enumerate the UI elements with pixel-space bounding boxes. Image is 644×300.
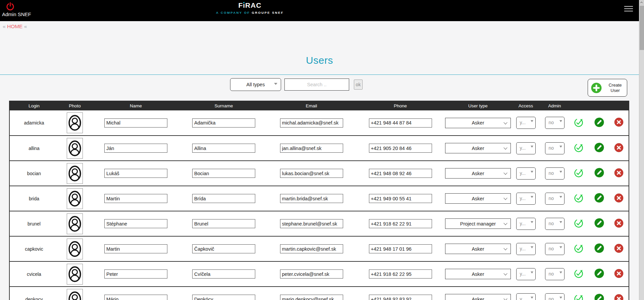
name-input[interactable] bbox=[104, 295, 167, 300]
surname-input[interactable] bbox=[192, 144, 255, 153]
user-photo-placeholder[interactable] bbox=[67, 163, 83, 184]
vertical-scrollbar[interactable] bbox=[639, 0, 644, 300]
validate-user-button[interactable] bbox=[574, 192, 585, 203]
user-photo-placeholder[interactable] bbox=[67, 188, 83, 209]
power-logout-icon[interactable] bbox=[6, 2, 16, 12]
name-input[interactable] bbox=[104, 219, 167, 228]
admin-select[interactable]: no bbox=[545, 293, 565, 300]
scrollbar-thumb[interactable] bbox=[640, 6, 644, 50]
delete-user-button[interactable] bbox=[614, 294, 624, 300]
email-input[interactable] bbox=[280, 219, 343, 228]
validate-user-button[interactable] bbox=[574, 268, 585, 279]
user-type-select[interactable]: Project manager bbox=[445, 218, 511, 229]
edit-user-button[interactable] bbox=[594, 218, 604, 228]
surname-input[interactable] bbox=[192, 194, 255, 203]
login-text: denkocy bbox=[25, 297, 43, 300]
search-ok-button[interactable]: ok bbox=[354, 80, 363, 90]
user-type-select[interactable]: Asker bbox=[445, 269, 511, 279]
email-input[interactable] bbox=[280, 244, 343, 253]
validate-user-button[interactable] bbox=[574, 167, 585, 178]
user-type-select[interactable]: Asker bbox=[445, 118, 511, 128]
validate-user-button[interactable] bbox=[574, 217, 585, 229]
edit-user-button[interactable] bbox=[594, 243, 604, 253]
edit-user-button[interactable] bbox=[594, 268, 604, 278]
user-photo-placeholder[interactable] bbox=[67, 213, 83, 234]
name-input[interactable] bbox=[104, 244, 167, 253]
delete-user-button[interactable] bbox=[614, 269, 624, 278]
edit-user-button[interactable] bbox=[594, 294, 604, 300]
user-photo-placeholder[interactable] bbox=[67, 138, 83, 159]
email-input[interactable] bbox=[280, 295, 343, 300]
phone-input[interactable] bbox=[369, 144, 432, 153]
edit-user-button[interactable] bbox=[594, 117, 604, 127]
admin-select[interactable]: no bbox=[545, 117, 565, 129]
user-photo-placeholder[interactable] bbox=[67, 112, 83, 133]
admin-select[interactable]: no bbox=[545, 193, 565, 205]
user-type-select[interactable]: Asker bbox=[445, 143, 511, 153]
validate-user-button[interactable] bbox=[574, 142, 585, 153]
search-input[interactable] bbox=[284, 79, 349, 91]
edit-user-button[interactable] bbox=[594, 168, 604, 178]
delete-user-button[interactable] bbox=[614, 143, 624, 152]
surname-input[interactable] bbox=[192, 244, 255, 253]
breadcrumb-home-link[interactable]: HOME bbox=[7, 23, 23, 29]
phone-input[interactable] bbox=[369, 194, 432, 203]
surname-input[interactable] bbox=[192, 219, 255, 228]
user-photo-placeholder[interactable] bbox=[67, 289, 83, 300]
access-select[interactable]: y... bbox=[516, 193, 536, 205]
email-input[interactable] bbox=[280, 269, 343, 279]
edit-user-button[interactable] bbox=[594, 143, 604, 152]
edit-user-button[interactable] bbox=[594, 193, 604, 203]
user-type-filter-dropdown[interactable]: All types bbox=[230, 78, 281, 91]
access-select[interactable]: y... bbox=[516, 243, 536, 255]
hamburger-menu-icon[interactable] bbox=[624, 6, 633, 13]
phone-input[interactable] bbox=[369, 118, 432, 128]
surname-input[interactable] bbox=[192, 169, 255, 178]
validate-user-button[interactable] bbox=[574, 293, 585, 300]
delete-user-button[interactable] bbox=[614, 117, 624, 127]
admin-select[interactable]: no bbox=[545, 167, 565, 180]
delete-user-button[interactable] bbox=[614, 244, 624, 253]
scrollbar-up-button[interactable] bbox=[639, 0, 644, 5]
access-value: y... bbox=[520, 296, 526, 300]
phone-input[interactable] bbox=[369, 269, 432, 279]
surname-input[interactable] bbox=[192, 295, 255, 300]
name-input[interactable] bbox=[104, 269, 167, 279]
access-select[interactable]: y... bbox=[516, 218, 536, 230]
access-select[interactable]: y... bbox=[516, 268, 536, 280]
user-photo-placeholder[interactable] bbox=[67, 264, 83, 285]
access-select[interactable]: y... bbox=[516, 293, 536, 300]
email-input[interactable] bbox=[280, 194, 343, 203]
admin-select[interactable]: no bbox=[545, 142, 565, 154]
phone-input[interactable] bbox=[369, 219, 432, 228]
admin-select[interactable]: no bbox=[545, 268, 565, 280]
delete-user-button[interactable] bbox=[614, 168, 624, 178]
name-input[interactable] bbox=[104, 118, 167, 128]
email-input[interactable] bbox=[280, 144, 343, 153]
name-input[interactable] bbox=[104, 169, 167, 178]
surname-input[interactable] bbox=[192, 118, 255, 128]
validate-user-button[interactable] bbox=[574, 243, 585, 254]
phone-input[interactable] bbox=[369, 295, 432, 300]
access-select[interactable]: y... bbox=[516, 167, 536, 180]
email-input[interactable] bbox=[280, 118, 343, 128]
user-type-select[interactable]: Asker bbox=[445, 244, 511, 254]
user-type-select[interactable]: Asker bbox=[445, 193, 511, 204]
access-select[interactable]: y... bbox=[516, 117, 536, 129]
create-user-button[interactable]: Create User bbox=[588, 79, 627, 97]
surname-input[interactable] bbox=[192, 269, 255, 279]
delete-user-button[interactable] bbox=[614, 218, 624, 228]
email-input[interactable] bbox=[280, 169, 343, 178]
delete-user-button[interactable] bbox=[614, 193, 624, 203]
validate-user-button[interactable] bbox=[574, 117, 585, 128]
phone-input[interactable] bbox=[369, 169, 432, 178]
phone-input[interactable] bbox=[369, 244, 432, 253]
user-photo-placeholder[interactable] bbox=[67, 239, 83, 259]
admin-select[interactable]: no bbox=[545, 218, 565, 230]
name-input[interactable] bbox=[104, 194, 167, 203]
name-input[interactable] bbox=[104, 144, 167, 153]
access-select[interactable]: y... bbox=[516, 142, 536, 154]
user-type-select[interactable]: Asker bbox=[445, 168, 511, 179]
user-type-select[interactable]: Asker bbox=[445, 294, 511, 300]
admin-select[interactable]: no bbox=[545, 243, 565, 255]
